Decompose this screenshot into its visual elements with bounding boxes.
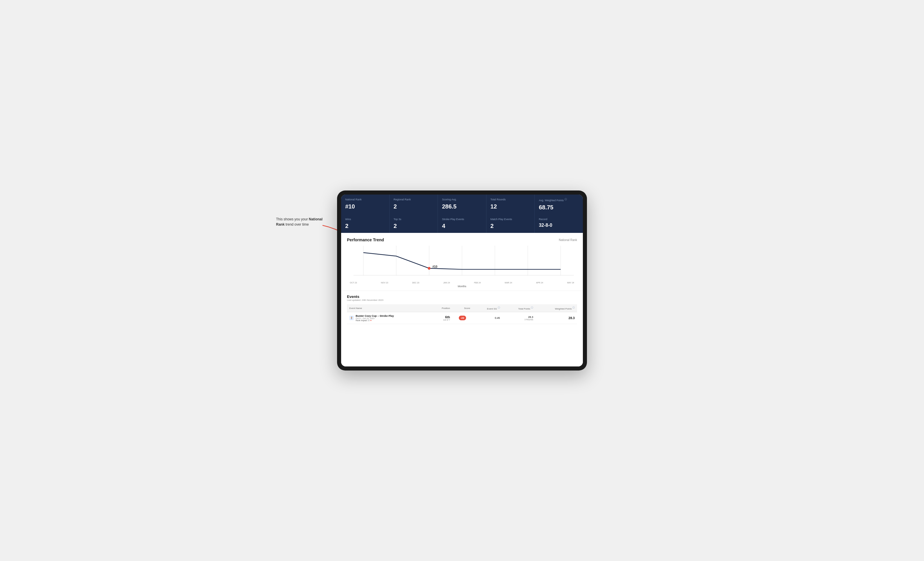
chart-container: #10 (347, 246, 577, 280)
col-score: Score (452, 304, 472, 312)
stat-regional-rank: Regional Rank 2 (390, 194, 438, 214)
chart-label-may24: MAY 24 (567, 282, 574, 284)
chart-label-oct23: OCT 23 (350, 282, 357, 284)
stats-row-2: Wins 2 Top 3s 2 Stroke Play Events 4 Mat… (341, 214, 583, 233)
stat-regional-rank-value: 2 (394, 203, 434, 210)
events-title: Events (347, 295, 577, 299)
stat-total-rounds-value: 12 (490, 203, 531, 210)
col-position: Position (430, 304, 452, 312)
chart-label-nov23: NOV 23 (381, 282, 388, 284)
chart-x-axis-title: Months (347, 285, 577, 288)
col-event-name: Event Name (347, 304, 430, 312)
event-sg-cell: 0.45 (472, 312, 502, 324)
stat-scoring-avg: Scoring Avg. 286.5 (438, 194, 486, 214)
events-table-head: Event Name Position Score Event SG ⓘ Tot… (347, 304, 577, 312)
stat-match-play-label: Match Play Events (490, 218, 531, 221)
rank-impact-down-icon: ▼ (370, 319, 372, 322)
events-table: Event Name Position Score Event SG ⓘ Tot… (347, 304, 577, 324)
table-row: 🏌 Buster Cozy Cup – Stroke Play Oct 9 – … (347, 312, 577, 324)
chart-x-labels: OCT 23 NOV 23 DEC 23 JAN 24 FEB 24 MAR 2… (347, 280, 577, 284)
event-main-name: Buster Cozy Cup – Stroke Play (356, 314, 394, 317)
content-area: National Rank #10 Regional Rank 2 Scorin… (341, 194, 583, 367)
event-sg-info-icon: ⓘ (498, 306, 500, 309)
stat-national-rank-label: National Rank (345, 198, 385, 202)
col-weighted-points: Weighted Points ⓘ (536, 304, 577, 312)
annotation-bold: National Rank (276, 217, 322, 226)
stat-total-rounds-label: Total Rounds (490, 198, 531, 202)
stat-national-rank-value: #10 (345, 203, 385, 210)
event-rank-impact: Rank Impact: 3 ▼ (356, 319, 394, 322)
performance-section: Performance Trend National Rank (341, 233, 583, 291)
event-name-wrapper: 🏌 Buster Cozy Cup – Stroke Play Oct 9 – … (349, 314, 428, 322)
stat-top3s-value: 2 (394, 223, 434, 229)
stat-top3s-label: Top 3s (394, 218, 434, 221)
performance-subtitle: National Rank (559, 238, 577, 242)
stat-record: Record 32-8-0 (535, 214, 583, 233)
stat-top3s: Top 3s 2 (390, 214, 438, 233)
events-table-body: 🏌 Buster Cozy Cup – Stroke Play Oct 9 – … (347, 312, 577, 324)
total-points-info-icon: ⓘ (531, 306, 533, 309)
col-total-points: Total Points ⓘ (502, 304, 536, 312)
annotation-text: This shows you your National Rank trend … (276, 217, 326, 227)
event-date: Oct 9 – Oct 10, 2023 (356, 317, 394, 319)
stat-total-rounds: Total Rounds 12 (486, 194, 535, 214)
rank-impact-label: Rank Impact: 3 (356, 319, 369, 322)
performance-header: Performance Trend National Rank (347, 238, 577, 242)
event-details: Buster Cozy Cup – Stroke Play Oct 9 – Oc… (356, 314, 394, 322)
event-score-badge: -22 (459, 316, 466, 320)
stat-stroke-play-label: Stroke Play Events (442, 218, 482, 221)
stat-avg-weighted-points-value: 68.75 (539, 204, 579, 211)
event-score-cell: -22 (452, 312, 472, 324)
stats-row-1: National Rank #10 Regional Rank 2 Scorin… (341, 194, 583, 214)
event-weighted-points-cell: 28.3 (536, 312, 577, 324)
stat-avg-weighted-points: Avg. Weighted Points ⓘ 68.75 (535, 194, 583, 214)
tablet-screen: National Rank #10 Regional Rank 2 Scorin… (341, 194, 583, 367)
stat-match-play-events: Match Play Events 2 (486, 214, 535, 233)
event-name-cell: 🏌 Buster Cozy Cup – Stroke Play Oct 9 – … (347, 312, 430, 324)
performance-title: Performance Trend (347, 238, 384, 242)
events-table-header-row: Event Name Position Score Event SG ⓘ Tot… (347, 304, 577, 312)
stat-wins: Wins 2 (341, 214, 389, 233)
info-icon: ⓘ (565, 198, 567, 200)
stat-wins-label: Wins (345, 218, 385, 221)
weighted-points-info-icon: ⓘ (572, 306, 575, 309)
stat-record-value: 32-8-0 (539, 223, 579, 228)
event-total-points-cell: 28.3 3 Rounds (502, 312, 536, 324)
event-position-sub: out of 7 (433, 319, 450, 321)
stat-stroke-play-events: Stroke Play Events 4 (438, 214, 486, 233)
stat-match-play-value: 2 (490, 223, 531, 229)
stat-national-rank: National Rank #10 (341, 194, 389, 214)
chart-label-feb24: FEB 24 (474, 282, 481, 284)
col-event-sg: Event SG ⓘ (472, 304, 502, 312)
event-type-icon: 🏌 (349, 316, 354, 320)
chart-label-jan24: JAN 24 (443, 282, 450, 284)
chart-label-dec23: DEC 23 (412, 282, 419, 284)
event-sg-value: 0.45 (495, 317, 500, 319)
stat-stroke-play-value: 4 (442, 223, 482, 229)
event-position-value: 6th (433, 315, 450, 319)
chart-data-point (428, 267, 430, 270)
stat-scoring-avg-label: Scoring Avg. (442, 198, 482, 202)
event-total-points-sub: 3 Rounds (505, 319, 534, 320)
events-updated: Last updated: 24th November 2023 (347, 299, 577, 301)
stat-scoring-avg-value: 286.5 (442, 203, 482, 210)
stat-wins-value: 2 (345, 223, 385, 229)
stat-regional-rank-label: Regional Rank (394, 198, 434, 202)
events-section: Events Last updated: 24th November 2023 … (341, 291, 583, 328)
chart-label: #10 (432, 265, 437, 268)
stat-record-label: Record (539, 218, 579, 221)
event-total-points-value: 28.3 (505, 316, 534, 319)
stat-avg-weighted-points-label: Avg. Weighted Points ⓘ (539, 198, 579, 202)
event-position-cell: 6th out of 7 (430, 312, 452, 324)
chart-label-apr24: APR 24 (536, 282, 543, 284)
chart-label-mar24: MAR 24 (505, 282, 512, 284)
tablet-frame: National Rank #10 Regional Rank 2 Scorin… (337, 190, 587, 371)
event-weighted-points-value: 28.3 (568, 316, 575, 320)
performance-chart: #10 (347, 246, 577, 280)
